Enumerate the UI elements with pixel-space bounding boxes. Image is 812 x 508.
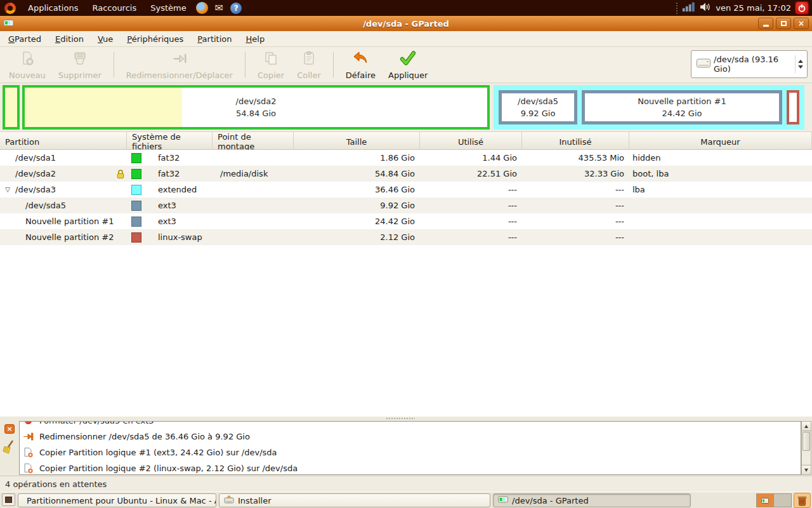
header-size[interactable]: Taille <box>294 132 420 151</box>
menu-peripheriques[interactable]: Périphériques <box>120 32 190 46</box>
new-partition-button[interactable]: Nouveau <box>3 48 52 83</box>
window-titlebar[interactable]: /dev/sda - GParted × <box>0 16 812 31</box>
used-value: 22.51 Gio <box>420 169 522 178</box>
menu-partition[interactable]: Partition <box>190 32 239 46</box>
pane-splitter[interactable] <box>0 417 812 421</box>
copy-button[interactable]: Copier <box>251 48 291 83</box>
apply-check-icon <box>400 50 416 69</box>
mail-launcher-icon[interactable]: ✉ <box>213 1 226 15</box>
bar-segment-sda5[interactable]: /dev/sda5 9.92 Gio <box>499 90 577 124</box>
resize-move-button[interactable]: Redimensionner/Déplacer <box>120 48 239 83</box>
operation-text: Copier Partition logique #1 (ext3, 24.42… <box>39 448 277 457</box>
partition-name: Nouvelle partition #2 <box>25 232 114 242</box>
header-used[interactable]: Utilisé <box>420 132 522 151</box>
format-icon <box>23 421 34 424</box>
bar-segment-new-partition-2[interactable] <box>787 90 799 124</box>
task-installer[interactable]: Installer <box>219 493 490 507</box>
table-row-new-partition-2[interactable]: Nouvelle partition #2 linux-swap 2.12 Gi… <box>0 229 812 245</box>
used-value: --- <box>420 201 522 210</box>
workspace-1-active[interactable] <box>756 493 774 507</box>
bar-segment-extended[interactable]: /dev/sda5 9.92 Gio Nouvelle partition #1… <box>494 85 804 130</box>
show-desktop-button[interactable] <box>2 493 15 506</box>
panel-menu-raccourcis[interactable]: Raccourcis <box>85 0 143 16</box>
unused-value: --- <box>522 232 629 242</box>
fs-label: ext3 <box>158 217 176 226</box>
undo-icon <box>352 50 369 69</box>
menu-gparted[interactable]: GParted <box>1 32 48 46</box>
apply-button[interactable]: Appliquer <box>382 48 434 83</box>
operation-item-copy-1[interactable]: Copier Partition logique #1 (ext3, 24.42… <box>20 444 801 460</box>
panel-clock[interactable]: ven 25 mai, 17:02 <box>716 3 791 13</box>
table-row-sda3[interactable]: ▽ /dev/sda3 extended 36.46 Gio --- --- l… <box>0 182 812 197</box>
lock-icon <box>116 169 125 179</box>
header-unused[interactable]: Inutilisé <box>522 132 629 151</box>
delete-partition-button[interactable]: Supprimer <box>52 48 108 83</box>
volume-icon[interactable] <box>700 2 712 14</box>
operation-item-format[interactable]: Formater /dev/sda5 en ext3 <box>20 421 801 429</box>
firefox-launcher-icon[interactable] <box>195 1 209 15</box>
task-label: Partitionnement pour Ubuntu - Linux & Ma… <box>27 496 216 505</box>
spinner-up-icon <box>798 60 803 63</box>
paste-button[interactable]: Coller <box>291 48 327 83</box>
used-value: --- <box>420 185 522 194</box>
bar-segment-sda2[interactable]: /dev/sda2 54.84 Gio <box>22 85 490 130</box>
partition-name: /dev/sda3 <box>15 185 56 194</box>
operation-item-resize[interactable]: Redimensionner /dev/sda5 de 36.46 Gio à … <box>20 429 801 444</box>
table-row-sda1[interactable]: /dev/sda1 fat32 1.86 Gio 1.44 Gio 435.53… <box>0 150 812 166</box>
network-signal-icon[interactable] <box>682 2 696 14</box>
device-selector[interactable]: /dev/sda (93.16 Gio) <box>691 50 808 78</box>
shutdown-button[interactable] <box>795 1 809 15</box>
window-menubar: GParted Edition Vue Périphériques Partit… <box>0 31 812 47</box>
used-value: --- <box>420 232 522 242</box>
header-filesystem[interactable]: Système de fichiers <box>127 132 213 151</box>
scrollbar-thumb[interactable] <box>802 432 810 451</box>
unused-value: 435.53 Mio <box>522 153 629 163</box>
menu-help[interactable]: Help <box>239 32 272 46</box>
flags-value: hidden <box>629 153 812 163</box>
workspace-2[interactable] <box>774 493 792 507</box>
copy-op-icon <box>23 463 34 474</box>
arrow-up-icon <box>804 425 808 428</box>
header-partition[interactable]: Partition <box>0 132 127 151</box>
fs-label: extended <box>158 185 197 194</box>
scroll-down-button[interactable] <box>802 465 811 474</box>
device-selector-spinner[interactable] <box>795 55 803 73</box>
task-gparted[interactable]: /dev/sda - GParted <box>493 493 691 507</box>
table-row-new-partition-1[interactable]: Nouvelle partition #1 ext3 24.42 Gio ---… <box>0 213 812 229</box>
window-toolbar: Nouveau Supprimer Redimensionner/Déplace… <box>0 47 812 83</box>
task-label: Installer <box>238 496 271 505</box>
ubuntu-logo-icon[interactable] <box>4 3 16 14</box>
fs-label: linux-swap <box>158 232 202 242</box>
panel-menu-systeme[interactable]: Système <box>143 0 193 16</box>
splitter-grip-icon <box>386 417 415 420</box>
task-firefox[interactable]: Partitionnement pour Ubuntu - Linux & Ma… <box>18 493 216 507</box>
bar-segment-new-partition-1[interactable]: Nouvelle partition #1 24.42 Gio <box>582 90 782 124</box>
bar-segment-sda1[interactable] <box>3 85 20 130</box>
panel-menu-applications[interactable]: Applications <box>21 0 85 16</box>
table-row-sda5[interactable]: /dev/sda5 ext3 9.92 Gio --- --- <box>0 197 812 213</box>
size-value: 1.86 Gio <box>294 153 420 163</box>
desktop-icon <box>5 497 12 503</box>
fs-label: fat32 <box>158 153 180 163</box>
help-launcher-icon[interactable]: ? <box>230 1 243 15</box>
header-mountpoint[interactable]: Point de montage <box>213 132 294 151</box>
trash-applet[interactable] <box>794 493 811 508</box>
table-row-sda2[interactable]: /dev/sda2 fat32 /media/disk 54.84 Gio 22… <box>0 166 812 182</box>
expander-icon[interactable]: ▽ <box>3 186 13 193</box>
operation-item-copy-2[interactable]: Copier Partition logique #2 (linux-swap,… <box>20 460 801 475</box>
partition-name: Nouvelle partition #1 <box>25 217 114 226</box>
flags-value: boot, lba <box>629 169 812 178</box>
operations-scrollbar[interactable] <box>801 421 811 475</box>
segment-label: /dev/sda2 <box>236 95 277 107</box>
header-flags[interactable]: Marqueur <box>629 132 812 151</box>
toolbar-separator <box>114 52 114 77</box>
operation-text: Formater /dev/sda5 en ext3 <box>39 421 154 425</box>
undo-button[interactable]: Défaire <box>339 48 382 83</box>
scroll-up-button[interactable] <box>802 422 811 431</box>
close-operations-icon[interactable]: × <box>4 424 15 434</box>
menu-edition[interactable]: Edition <box>48 32 91 46</box>
broom-icon[interactable] <box>2 440 16 457</box>
menu-vue[interactable]: Vue <box>91 32 120 46</box>
paste-icon <box>301 50 317 69</box>
fs-color-swatch <box>131 217 141 227</box>
